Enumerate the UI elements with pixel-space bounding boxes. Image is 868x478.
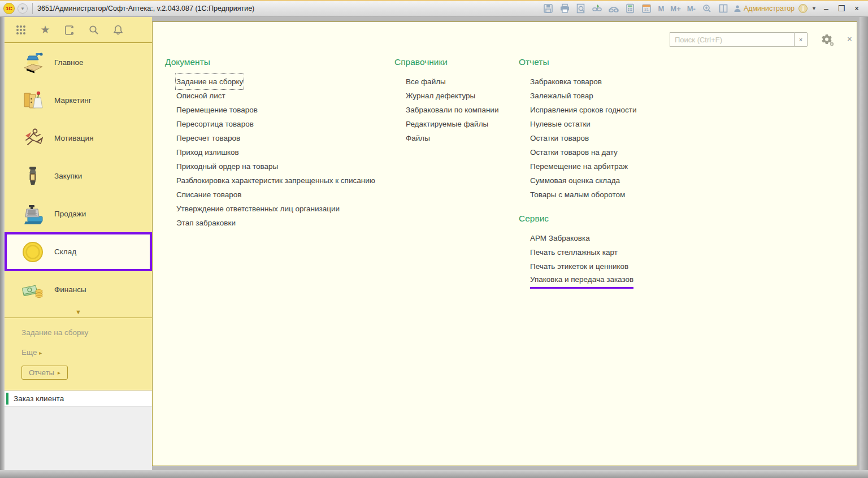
notifications-bell-icon[interactable]: [112, 24, 124, 36]
sidebar-item-label: Продажи: [54, 210, 86, 218]
sections-expand-chevron-icon[interactable]: ▼: [5, 308, 152, 318]
sidebar-item-label: Закупки: [54, 172, 82, 180]
menu-command[interactable]: Журнал дефектуры: [406, 89, 475, 103]
menu-command[interactable]: Приход излишков: [176, 145, 239, 159]
save-icon[interactable]: [542, 2, 554, 15]
reports-menu-button[interactable]: Отчеты ▸: [21, 366, 68, 380]
menu-command[interactable]: Исправления сроков годности: [530, 103, 637, 117]
panel-close-icon[interactable]: ×: [847, 34, 852, 44]
menu-grid-icon[interactable]: [15, 24, 27, 36]
section-service: Сервис АРМ Забраковка Печать стеллажных …: [519, 214, 637, 289]
runner-icon: [19, 126, 46, 151]
menu-command[interactable]: Залежалый товар: [530, 89, 593, 103]
menu-command[interactable]: Описной лист: [176, 89, 225, 103]
send-link-icon[interactable]: [607, 2, 620, 15]
menu-command[interactable]: Этап забраковки: [176, 216, 236, 230]
maximize-button[interactable]: ❒: [836, 4, 847, 13]
close-button[interactable]: ×: [851, 4, 862, 13]
minimize-button[interactable]: –: [821, 4, 832, 13]
search-icon[interactable]: [88, 24, 100, 36]
section-title[interactable]: Справочники: [394, 57, 498, 67]
menu-command[interactable]: Пересчет товаров: [176, 131, 240, 145]
calculator-icon[interactable]: [624, 2, 636, 15]
section-title[interactable]: Документы: [165, 57, 375, 67]
sidebar-item-label: Финансы: [54, 285, 86, 294]
coin-icon: [19, 240, 46, 264]
menu-command[interactable]: Суммовая оценка склада: [530, 173, 620, 188]
desk-lamp-icon: [19, 50, 46, 75]
lantern-icon: [19, 164, 46, 189]
menu-command[interactable]: Печать стеллажных карт: [530, 245, 618, 259]
sidebar-item-prodazhi[interactable]: Продажи: [5, 195, 152, 233]
menu-command[interactable]: Печать этикеток и ценников: [530, 259, 628, 273]
menu-command[interactable]: Забраковка товаров: [530, 75, 602, 89]
memory-recall-button[interactable]: M: [657, 2, 665, 15]
sidebar-item-finansy[interactable]: Финансы: [5, 271, 152, 308]
open-window-label: Заказ клиента: [14, 394, 64, 403]
section-title[interactable]: Сервис: [519, 214, 637, 224]
menu-command[interactable]: Перемещение на арбитраж: [530, 159, 628, 173]
open-window-item[interactable]: Заказ клиента: [5, 390, 152, 407]
app-logo-1c-icon[interactable]: 1С: [3, 3, 15, 14]
menu-command[interactable]: Приходный ордер на товары: [176, 159, 278, 173]
more-label: Еще: [21, 348, 37, 357]
sidebar-item-glavnoe[interactable]: Главное: [5, 44, 152, 81]
current-user-button[interactable]: Администратор: [734, 5, 795, 12]
menu-command[interactable]: Редактируемые файлы: [406, 117, 488, 131]
menu-command[interactable]: Забраковали по компании: [406, 103, 498, 117]
menu-command[interactable]: Все файлы: [406, 75, 446, 89]
search-input[interactable]: [670, 32, 794, 47]
menu-command-highlighted[interactable]: Упаковка и передача заказов: [530, 273, 633, 289]
money-icon: [19, 277, 46, 302]
sidebar-item-marketing[interactable]: Маркетинг: [5, 81, 152, 119]
history-scroll-icon[interactable]: [63, 24, 76, 36]
menu-command[interactable]: Нулевые остатки: [530, 117, 591, 131]
search-clear-button[interactable]: ×: [794, 32, 808, 47]
sidebar-item-zakupki[interactable]: Закупки: [5, 157, 152, 195]
attach-link-icon[interactable]: [591, 2, 604, 15]
print-icon[interactable]: [558, 2, 571, 15]
calendar-icon[interactable]: 31: [640, 2, 653, 15]
menu-command[interactable]: Пересортица товаров: [176, 117, 254, 131]
menu-command[interactable]: Разблокировка характеристик запрещенных …: [176, 173, 375, 188]
system-menu-caret-icon[interactable]: ▼: [18, 3, 28, 14]
split-window-icon[interactable]: [717, 2, 730, 15]
sidebar-item-label: Склад: [54, 247, 76, 256]
menu-command[interactable]: Остатки товаров: [530, 131, 589, 145]
menu-command[interactable]: Списание товаров: [176, 188, 241, 202]
info-icon[interactable]: i: [798, 4, 808, 13]
section-documents: Документы Задание на сборку Описной лист…: [165, 57, 375, 230]
sidebar-item-label: Мотивация: [54, 134, 93, 142]
section-title[interactable]: Отчеты: [519, 57, 637, 67]
sidebar-commands: Задание на сборку Еще ▸ Отчеты ▸: [5, 318, 152, 380]
active-window-accent-bar: [6, 393, 8, 405]
print-preview-icon[interactable]: [575, 2, 587, 15]
dropdown-caret-icon[interactable]: ▼: [811, 6, 817, 11]
window-frame-bottom: [0, 470, 868, 478]
memory-add-button[interactable]: M+: [669, 2, 682, 15]
window-frame-right: [860, 17, 868, 478]
reports-button-label: Отчеты: [29, 368, 54, 377]
cash-register-icon: [19, 202, 46, 227]
sidebar-item-label: Главное: [54, 58, 84, 67]
menu-command[interactable]: Задание на сборку: [176, 75, 243, 89]
more-menu[interactable]: Еще ▸: [21, 348, 152, 357]
sidebar-item-sklad[interactable]: Склад: [5, 232, 152, 271]
menu-command[interactable]: Файлы: [406, 131, 430, 145]
sidebar-item-motivatsiya[interactable]: Мотивация: [5, 119, 152, 157]
memory-subtract-button[interactable]: M-: [686, 2, 697, 15]
menu-command[interactable]: Товары с малым оборотом: [530, 188, 625, 202]
menu-command[interactable]: Утверждение ответственных лиц организаци…: [176, 202, 340, 216]
caret-right-icon: ▸: [58, 370, 60, 376]
open-form-link[interactable]: Задание на сборку: [21, 328, 152, 337]
favorites-star-icon[interactable]: ★: [39, 24, 51, 36]
settings-gear-icon[interactable]: [820, 33, 835, 49]
menu-command[interactable]: Остатки товаров на дату: [530, 145, 618, 159]
zoom-in-icon[interactable]: [701, 2, 713, 15]
menu-command[interactable]: Перемещение товаров: [176, 103, 258, 117]
user-icon: [734, 5, 741, 12]
sidebar-tool-icons: ★: [5, 17, 152, 43]
menu-command[interactable]: АРМ Забраковка: [530, 231, 590, 245]
sidebar-windows-area: [5, 407, 152, 470]
user-name: Администратор: [744, 5, 795, 12]
